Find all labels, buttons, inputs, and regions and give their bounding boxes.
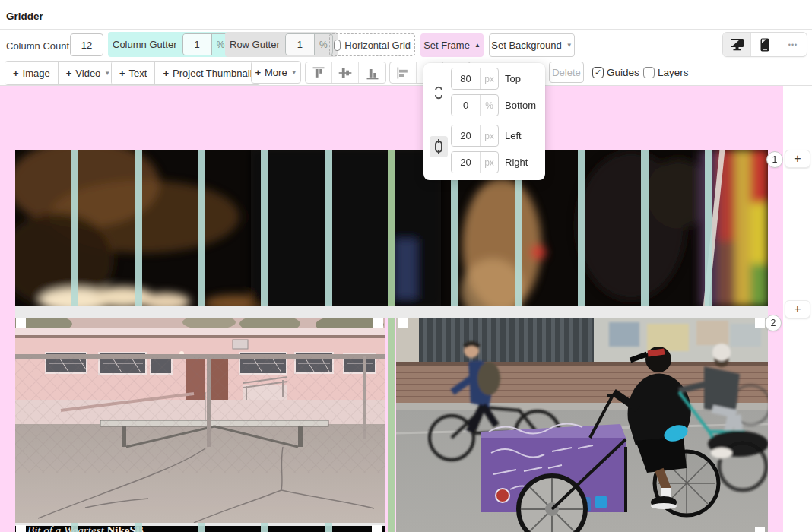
set-background-button[interactable]: Set Background ▼ <box>489 33 575 57</box>
add-row-button-1[interactable]: + <box>785 150 810 168</box>
column-count-label: Column Count <box>6 40 69 52</box>
column-guide <box>71 523 78 532</box>
column-guide-highlighted <box>388 318 395 532</box>
column-guide <box>198 150 205 306</box>
row-badge-2[interactable]: 2 <box>765 315 782 331</box>
add-video-button[interactable]: + Video ▼ <box>59 62 119 84</box>
guides-label: Guides <box>607 67 639 78</box>
column-gutter-inputbox: 1 % <box>182 33 230 55</box>
frame-left-label: Left <box>505 130 522 141</box>
plus-icon: + <box>794 302 801 316</box>
selection-handle[interactable] <box>755 527 765 532</box>
add-image-button[interactable]: + Image <box>5 62 59 84</box>
align-middle-button[interactable] <box>332 62 359 83</box>
column-guide <box>325 523 332 532</box>
add-content-group: + Text + Project Thumbnail <box>111 61 261 85</box>
plus-icon: + <box>255 67 261 78</box>
column-guide <box>578 150 585 306</box>
selection-handle[interactable] <box>16 525 26 532</box>
row-gutter-group: Row Gutter 1 % <box>225 32 338 57</box>
column-guide <box>261 150 268 306</box>
row-badge-1[interactable]: 1 <box>766 151 783 168</box>
image-tile-skatepark[interactable] <box>15 318 385 523</box>
horizontal-grid-checkbox[interactable] <box>334 40 341 51</box>
align-left-button[interactable] <box>390 62 417 83</box>
cargo-bike-art <box>396 318 768 532</box>
frame-bottom-inputbox: 0 % <box>451 94 499 116</box>
set-frame-button[interactable]: Set Frame ▲ <box>420 33 484 57</box>
caret-down-icon: ▼ <box>566 42 573 49</box>
guides-checkbox[interactable]: ✓ <box>592 67 604 78</box>
add-media-group: + Image + Video ▼ <box>5 61 119 85</box>
column-count-input[interactable] <box>70 33 103 56</box>
frame-bottom-unit: % <box>480 95 498 116</box>
add-project-thumbnail-button[interactable]: + Project Thumbnail <box>155 62 259 84</box>
add-text-button[interactable]: + Text <box>112 62 155 84</box>
link-icon[interactable] <box>430 136 448 157</box>
skatepark-art <box>15 318 385 523</box>
frame-right-label: Right <box>505 157 528 168</box>
caption-title: Bit of a Waartest <box>27 526 106 532</box>
selection-handle[interactable] <box>755 318 765 328</box>
row-badge-2-number: 2 <box>771 318 776 328</box>
add-video-label: Video <box>75 68 100 79</box>
frame-top-row: 80 px Top <box>451 68 521 90</box>
plus-icon: + <box>66 68 72 79</box>
set-frame-panel: 80 px Top 0 % Bottom 20 px Left 20 px Ri… <box>423 63 545 180</box>
layers-checkbox[interactable] <box>643 67 655 78</box>
app-header: Gridder <box>0 0 812 30</box>
delete-button[interactable]: Delete <box>549 62 584 83</box>
selection-handle[interactable] <box>16 318 26 328</box>
add-more-label: More <box>265 67 287 78</box>
frame-bottom-input[interactable]: 0 <box>452 95 480 116</box>
layers-label: Layers <box>658 67 689 78</box>
column-gutter-label: Column Gutter <box>113 39 177 50</box>
horizontal-grid-toggle[interactable]: Horizontal Grid <box>329 33 415 56</box>
add-project-thumbnail-label: Project Thumbnail <box>173 68 252 79</box>
frame-top-inputbox: 80 px <box>451 68 499 90</box>
selection-handle[interactable] <box>373 318 383 328</box>
column-guide <box>325 150 332 306</box>
unlink-icon[interactable] <box>430 83 448 103</box>
video-caption: Bit of a Waartest NikeSB <box>27 526 144 532</box>
frame-left-input[interactable]: 20 <box>452 125 480 146</box>
plus-icon: + <box>119 68 125 79</box>
add-more-button[interactable]: + More ▼ <box>251 61 301 84</box>
smartphone-icon <box>760 38 769 52</box>
align-top-icon <box>311 65 326 81</box>
layout-canvas[interactable]: Bit of a Waartest NikeSB 1 2 <box>0 86 783 532</box>
horizontal-grid-label: Horizontal Grid <box>344 40 411 51</box>
frame-bottom-label: Bottom <box>505 100 536 111</box>
delete-label: Delete <box>552 67 581 78</box>
image-tile-cargo-bike[interactable] <box>396 318 768 532</box>
layers-toggle[interactable]: Layers <box>643 62 689 83</box>
row-gutter-label: Row Gutter <box>230 39 280 50</box>
frame-left-inputbox: 20 px <box>451 125 499 147</box>
column-guide-highlighted <box>388 150 395 306</box>
align-middle-icon <box>338 65 353 81</box>
selection-handle[interactable] <box>398 318 408 328</box>
caret-down-icon: ▼ <box>291 69 297 76</box>
add-row-button-2[interactable]: + <box>785 300 810 318</box>
desktop-view-button[interactable] <box>723 33 751 56</box>
column-gutter-input[interactable]: 1 <box>183 34 211 55</box>
guides-toggle[interactable]: ✓ Guides <box>592 62 639 83</box>
column-gutter-group: Column Gutter 1 % <box>108 32 235 57</box>
selection-handle[interactable] <box>372 525 382 532</box>
row-gutter-gap <box>15 306 768 318</box>
frame-right-input[interactable]: 20 <box>452 152 480 173</box>
frame-top-input[interactable]: 80 <box>452 68 480 89</box>
column-guide <box>71 150 78 306</box>
more-views-button[interactable]: ••• <box>779 33 807 56</box>
column-guide <box>261 523 268 532</box>
mobile-view-button[interactable] <box>751 33 779 56</box>
align-top-button[interactable] <box>306 62 332 83</box>
caret-down-icon: ▼ <box>104 70 110 77</box>
frame-left-unit: px <box>480 125 498 146</box>
row-gutter-input[interactable]: 1 <box>286 34 314 55</box>
ellipsis-icon: ••• <box>788 41 798 49</box>
frame-bottom-row: 0 % Bottom <box>451 94 536 116</box>
frame-right-row: 20 px Right <box>451 151 528 173</box>
align-bottom-button[interactable] <box>359 62 385 83</box>
app-title: Gridder <box>6 11 43 22</box>
